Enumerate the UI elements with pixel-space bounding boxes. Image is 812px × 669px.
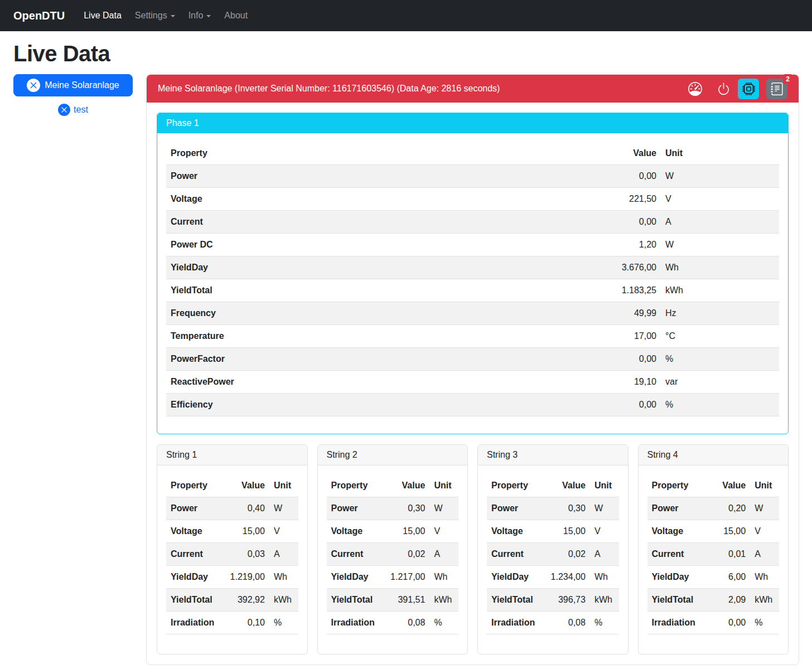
value-cell: 1.219,00 bbox=[219, 566, 269, 589]
string-card-title: String 4 bbox=[639, 445, 789, 466]
unit-cell: W bbox=[661, 165, 779, 188]
unit-cell: V bbox=[429, 520, 458, 543]
unit-cell: A bbox=[590, 543, 619, 566]
chevron-down-icon bbox=[206, 15, 211, 17]
property-cell: Current bbox=[647, 543, 700, 566]
column-header-unit: Unit bbox=[750, 474, 779, 497]
table-header-row: Property Value Unit bbox=[647, 474, 780, 497]
unit-cell: W bbox=[590, 497, 619, 520]
property-cell: YieldTotal bbox=[166, 589, 219, 612]
string-table: Property Value Unit Power0,40WVoltage15,… bbox=[166, 474, 298, 634]
string-card-title: String 1 bbox=[157, 445, 307, 466]
inverter-sidebar: Meine Solaranlage test bbox=[13, 74, 133, 116]
page-title: Live Data bbox=[0, 41, 812, 66]
table-row: Voltage15,00V bbox=[327, 520, 459, 543]
property-cell: Voltage bbox=[647, 520, 700, 543]
value-cell: 17,00 bbox=[475, 325, 661, 348]
table-row: YieldTotal1.183,25kWh bbox=[166, 279, 779, 302]
table-row: Frequency49,99Hz bbox=[166, 302, 779, 325]
table-header-row: Property Value Unit bbox=[166, 142, 779, 165]
property-cell: Current bbox=[166, 543, 219, 566]
x-circle-icon bbox=[27, 79, 40, 92]
table-row: Current0,02A bbox=[487, 543, 619, 566]
unit-cell: kWh bbox=[661, 279, 779, 302]
table-row: Power0,40W bbox=[166, 497, 298, 520]
table-row: YieldDay3.676,00Wh bbox=[166, 256, 779, 279]
top-navbar: OpenDTU Live Data Settings Info About bbox=[0, 0, 812, 31]
property-cell: Irradiation bbox=[327, 612, 379, 634]
table-header-row: Property Value Unit bbox=[166, 474, 298, 497]
table-row: Voltage15,00V bbox=[647, 520, 780, 543]
nav-link-info[interactable]: Info bbox=[184, 6, 216, 25]
unit-cell: kWh bbox=[590, 589, 619, 612]
value-cell: 6,00 bbox=[700, 566, 750, 589]
limit-settings-button[interactable] bbox=[688, 82, 702, 96]
inverter-header-text: Meine Solaranlage (Inverter Serial Numbe… bbox=[158, 84, 500, 94]
unit-cell: W bbox=[429, 497, 458, 520]
unit-cell: % bbox=[661, 394, 779, 416]
string-card-title: String 2 bbox=[318, 445, 468, 466]
property-cell: Irradiation bbox=[487, 612, 539, 634]
value-cell: 0,03 bbox=[219, 543, 269, 566]
nav-links: Live Data Settings Info About bbox=[79, 6, 257, 25]
table-row: YieldTotal396,73kWh bbox=[487, 589, 619, 612]
unit-cell: W bbox=[750, 497, 779, 520]
unit-cell: Wh bbox=[750, 566, 779, 589]
power-control-button[interactable] bbox=[717, 82, 731, 96]
value-cell: 1,20 bbox=[475, 234, 661, 256]
table-row: YieldTotal392,92kWh bbox=[166, 589, 298, 612]
content-row: Meine Solaranlage test Meine Solaranlage… bbox=[0, 74, 812, 669]
property-cell: YieldTotal bbox=[647, 589, 700, 612]
table-row: Power0,00W bbox=[166, 165, 779, 188]
table-row: Current0,03A bbox=[166, 543, 298, 566]
value-cell: 0,02 bbox=[379, 543, 430, 566]
string-card-body: Property Value Unit Power0,20WVoltage15,… bbox=[639, 466, 789, 654]
unit-cell: Wh bbox=[429, 566, 458, 589]
table-row: Power DC1,20W bbox=[166, 234, 779, 256]
nav-link-label: Info bbox=[188, 11, 204, 20]
column-header-unit: Unit bbox=[429, 474, 458, 497]
table-row: ReactivePower19,10var bbox=[166, 371, 779, 394]
inverter-select-button[interactable]: Meine Solaranlage bbox=[13, 74, 133, 96]
value-cell: 15,00 bbox=[539, 520, 590, 543]
app-brand[interactable]: OpenDTU bbox=[13, 9, 65, 22]
phase-table: Property Value Unit Power0,00WVoltage221… bbox=[166, 142, 779, 416]
event-log-button[interactable]: 2 bbox=[766, 79, 787, 99]
value-cell: 15,00 bbox=[219, 520, 269, 543]
table-row: YieldDay1.219,00Wh bbox=[166, 566, 298, 589]
unit-cell: % bbox=[590, 612, 619, 634]
unit-cell: °C bbox=[661, 325, 779, 348]
unit-cell: Wh bbox=[661, 256, 779, 279]
property-cell: ReactivePower bbox=[166, 371, 475, 394]
property-cell: Frequency bbox=[166, 302, 475, 325]
inverter-card-header: Meine Solaranlage (Inverter Serial Numbe… bbox=[147, 75, 799, 103]
column-header-value: Value bbox=[379, 474, 430, 497]
table-row: Power0,20W bbox=[647, 497, 780, 520]
nav-link-about[interactable]: About bbox=[220, 6, 252, 25]
string-card: String 4 Property Value Unit Power0,20WV… bbox=[638, 444, 789, 655]
phase-card-title: Phase 1 bbox=[157, 113, 788, 133]
table-header-row: Property Value Unit bbox=[327, 474, 459, 497]
value-cell: 0,08 bbox=[379, 612, 430, 634]
table-header-row: Property Value Unit bbox=[487, 474, 619, 497]
unit-cell: % bbox=[750, 612, 779, 634]
table-row: Irradiation0,10% bbox=[166, 612, 298, 634]
event-count-badge: 2 bbox=[783, 74, 792, 84]
property-cell: Power bbox=[487, 497, 539, 520]
table-row: Efficiency0,00% bbox=[166, 394, 779, 416]
table-row: Irradiation0,00% bbox=[647, 612, 780, 634]
power-icon bbox=[717, 82, 731, 96]
value-cell: 0,08 bbox=[539, 612, 590, 634]
unit-cell: W bbox=[661, 234, 779, 256]
device-info-button[interactable] bbox=[738, 79, 759, 99]
nav-link-live-data[interactable]: Live Data bbox=[79, 6, 126, 25]
value-cell: 0,00 bbox=[700, 612, 750, 634]
value-cell: 1.183,25 bbox=[475, 279, 661, 302]
table-row: YieldDay1.217,00Wh bbox=[327, 566, 459, 589]
inverter-link-test[interactable]: test bbox=[13, 104, 133, 116]
value-cell: 0,40 bbox=[219, 497, 269, 520]
value-cell: 0,02 bbox=[539, 543, 590, 566]
table-row: Voltage15,00V bbox=[166, 520, 298, 543]
nav-link-settings[interactable]: Settings bbox=[130, 6, 180, 25]
table-row: Voltage221,50V bbox=[166, 188, 779, 211]
